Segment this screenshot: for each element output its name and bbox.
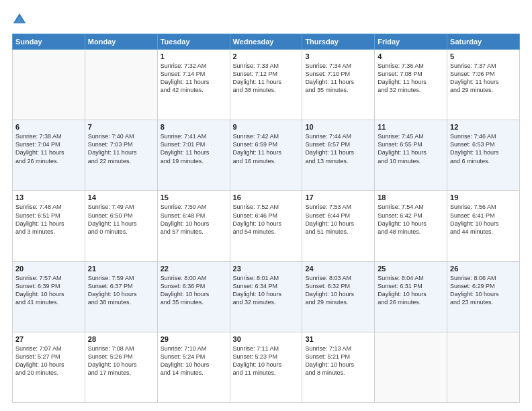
- day-number: 19: [450, 193, 517, 201]
- day-number: 3: [305, 52, 371, 60]
- cell-text: Sunrise: 7:54 AMSunset: 6:42 PMDaylight:…: [378, 203, 444, 236]
- cell-text: Sunrise: 7:49 AMSunset: 6:50 PMDaylight:…: [88, 203, 154, 236]
- calendar-cell: 16Sunrise: 7:52 AMSunset: 6:46 PMDayligh…: [230, 191, 302, 261]
- cell-text: Sunrise: 7:08 AMSunset: 5:26 PMDaylight:…: [88, 345, 154, 377]
- header-row: SundayMondayTuesdayWednesdayThursdayFrid…: [13, 34, 520, 50]
- day-number: 30: [233, 335, 300, 343]
- calendar-cell: 17Sunrise: 7:53 AMSunset: 6:44 PMDayligh…: [302, 191, 375, 261]
- day-number: 14: [88, 193, 154, 201]
- cell-text: Sunrise: 7:53 AMSunset: 6:44 PMDaylight:…: [305, 203, 371, 236]
- cell-text: Sunrise: 7:48 AMSunset: 6:51 PMDaylight:…: [15, 203, 82, 236]
- cell-text: Sunrise: 7:33 AMSunset: 7:12 PMDaylight:…: [233, 62, 300, 95]
- calendar-cell: 3Sunrise: 7:34 AMSunset: 7:10 PMDaylight…: [302, 50, 375, 120]
- calendar-cell: 21Sunrise: 7:59 AMSunset: 6:37 PMDayligh…: [85, 261, 157, 332]
- day-number: 2: [233, 52, 300, 60]
- cell-text: Sunrise: 7:40 AMSunset: 7:03 PMDaylight:…: [88, 132, 154, 165]
- cell-text: Sunrise: 7:45 AMSunset: 6:55 PMDaylight:…: [378, 132, 444, 165]
- page: SundayMondayTuesdayWednesdayThursdayFrid…: [0, 0, 532, 411]
- calendar-cell: 31Sunrise: 7:13 AMSunset: 5:21 PMDayligh…: [302, 332, 375, 402]
- cell-text: Sunrise: 7:11 AMSunset: 5:23 PMDaylight:…: [233, 345, 300, 377]
- day-header-monday: Monday: [85, 34, 157, 50]
- day-number: 22: [161, 265, 227, 273]
- calendar-cell: 13Sunrise: 7:48 AMSunset: 6:51 PMDayligh…: [13, 191, 85, 261]
- day-number: 10: [305, 123, 371, 131]
- day-header-friday: Friday: [375, 34, 447, 50]
- day-number: 5: [450, 52, 517, 60]
- cell-text: Sunrise: 7:38 AMSunset: 7:04 PMDaylight:…: [15, 132, 82, 165]
- cell-text: Sunrise: 8:00 AMSunset: 6:36 PMDaylight:…: [161, 274, 227, 307]
- cell-text: Sunrise: 7:59 AMSunset: 6:37 PMDaylight:…: [88, 274, 154, 307]
- calendar-cell: 19Sunrise: 7:56 AMSunset: 6:41 PMDayligh…: [447, 191, 520, 261]
- day-number: 16: [233, 193, 300, 201]
- day-number: 7: [88, 123, 154, 131]
- week-row-1: 1Sunrise: 7:32 AMSunset: 7:14 PMDaylight…: [13, 50, 520, 120]
- day-number: 6: [15, 123, 82, 131]
- calendar-cell: 27Sunrise: 7:07 AMSunset: 5:27 PMDayligh…: [13, 332, 85, 402]
- day-number: 9: [233, 123, 300, 131]
- calendar-cell: 26Sunrise: 8:06 AMSunset: 6:29 PMDayligh…: [447, 261, 520, 332]
- cell-text: Sunrise: 8:03 AMSunset: 6:32 PMDaylight:…: [305, 274, 371, 307]
- day-number: 31: [305, 335, 371, 343]
- calendar-cell: 12Sunrise: 7:46 AMSunset: 6:53 PMDayligh…: [447, 120, 520, 191]
- cell-text: Sunrise: 7:32 AMSunset: 7:14 PMDaylight:…: [161, 62, 227, 95]
- calendar-cell: 24Sunrise: 8:03 AMSunset: 6:32 PMDayligh…: [302, 261, 375, 332]
- calendar-cell: 7Sunrise: 7:40 AMSunset: 7:03 PMDaylight…: [85, 120, 157, 191]
- calendar-cell: [85, 50, 157, 120]
- day-number: 26: [450, 265, 517, 273]
- calendar-cell: 8Sunrise: 7:41 AMSunset: 7:01 PMDaylight…: [157, 120, 230, 191]
- cell-text: Sunrise: 7:07 AMSunset: 5:27 PMDaylight:…: [15, 345, 82, 377]
- calendar-cell: [375, 332, 447, 402]
- calendar-cell: 1Sunrise: 7:32 AMSunset: 7:14 PMDaylight…: [157, 50, 230, 120]
- cell-text: Sunrise: 7:34 AMSunset: 7:10 PMDaylight:…: [305, 62, 371, 95]
- calendar-cell: 14Sunrise: 7:49 AMSunset: 6:50 PMDayligh…: [85, 191, 157, 261]
- calendar-cell: 25Sunrise: 8:04 AMSunset: 6:31 PMDayligh…: [375, 261, 447, 332]
- week-row-3: 13Sunrise: 7:48 AMSunset: 6:51 PMDayligh…: [13, 191, 520, 261]
- day-number: 24: [305, 265, 371, 273]
- cell-text: Sunrise: 8:01 AMSunset: 6:34 PMDaylight:…: [233, 274, 300, 307]
- day-number: 4: [378, 52, 444, 60]
- cell-text: Sunrise: 7:42 AMSunset: 6:59 PMDaylight:…: [233, 132, 300, 165]
- calendar-cell: 29Sunrise: 7:10 AMSunset: 5:24 PMDayligh…: [157, 332, 230, 402]
- calendar-cell: [13, 50, 85, 120]
- day-number: 20: [15, 265, 82, 273]
- cell-text: Sunrise: 8:04 AMSunset: 6:31 PMDaylight:…: [378, 274, 444, 307]
- header: [12, 12, 520, 27]
- cell-text: Sunrise: 7:52 AMSunset: 6:46 PMDaylight:…: [233, 203, 300, 236]
- day-header-thursday: Thursday: [302, 34, 375, 50]
- calendar-cell: 5Sunrise: 7:37 AMSunset: 7:06 PMDaylight…: [447, 50, 520, 120]
- cell-text: Sunrise: 7:10 AMSunset: 5:24 PMDaylight:…: [161, 345, 227, 377]
- calendar-cell: 18Sunrise: 7:54 AMSunset: 6:42 PMDayligh…: [375, 191, 447, 261]
- calendar-cell: 2Sunrise: 7:33 AMSunset: 7:12 PMDaylight…: [230, 50, 302, 120]
- logo: [12, 12, 30, 27]
- day-number: 29: [161, 335, 227, 343]
- day-number: 23: [233, 265, 300, 273]
- calendar-cell: 23Sunrise: 8:01 AMSunset: 6:34 PMDayligh…: [230, 261, 302, 332]
- calendar-cell: 9Sunrise: 7:42 AMSunset: 6:59 PMDaylight…: [230, 120, 302, 191]
- calendar-cell: 6Sunrise: 7:38 AMSunset: 7:04 PMDaylight…: [13, 120, 85, 191]
- cell-text: Sunrise: 7:46 AMSunset: 6:53 PMDaylight:…: [450, 132, 517, 165]
- day-number: 25: [378, 265, 444, 273]
- day-number: 18: [378, 193, 444, 201]
- day-number: 8: [161, 123, 227, 131]
- day-header-tuesday: Tuesday: [157, 34, 230, 50]
- cell-text: Sunrise: 7:37 AMSunset: 7:06 PMDaylight:…: [450, 62, 517, 95]
- week-row-2: 6Sunrise: 7:38 AMSunset: 7:04 PMDaylight…: [13, 120, 520, 191]
- day-number: 1: [161, 52, 227, 60]
- cell-text: Sunrise: 7:13 AMSunset: 5:21 PMDaylight:…: [305, 345, 371, 377]
- day-number: 27: [15, 335, 82, 343]
- week-row-4: 20Sunrise: 7:57 AMSunset: 6:39 PMDayligh…: [13, 261, 520, 332]
- cell-text: Sunrise: 8:06 AMSunset: 6:29 PMDaylight:…: [450, 274, 517, 307]
- cell-text: Sunrise: 7:50 AMSunset: 6:48 PMDaylight:…: [161, 203, 227, 236]
- day-header-saturday: Saturday: [447, 34, 520, 50]
- calendar-cell: 28Sunrise: 7:08 AMSunset: 5:26 PMDayligh…: [85, 332, 157, 402]
- calendar-cell: 22Sunrise: 8:00 AMSunset: 6:36 PMDayligh…: [157, 261, 230, 332]
- week-row-5: 27Sunrise: 7:07 AMSunset: 5:27 PMDayligh…: [13, 332, 520, 402]
- day-number: 12: [450, 123, 517, 131]
- logo-icon: [12, 12, 27, 27]
- calendar-cell: 11Sunrise: 7:45 AMSunset: 6:55 PMDayligh…: [375, 120, 447, 191]
- day-number: 21: [88, 265, 154, 273]
- cell-text: Sunrise: 7:56 AMSunset: 6:41 PMDaylight:…: [450, 203, 517, 236]
- cell-text: Sunrise: 7:36 AMSunset: 7:08 PMDaylight:…: [378, 62, 444, 95]
- calendar-cell: 20Sunrise: 7:57 AMSunset: 6:39 PMDayligh…: [13, 261, 85, 332]
- day-number: 17: [305, 193, 371, 201]
